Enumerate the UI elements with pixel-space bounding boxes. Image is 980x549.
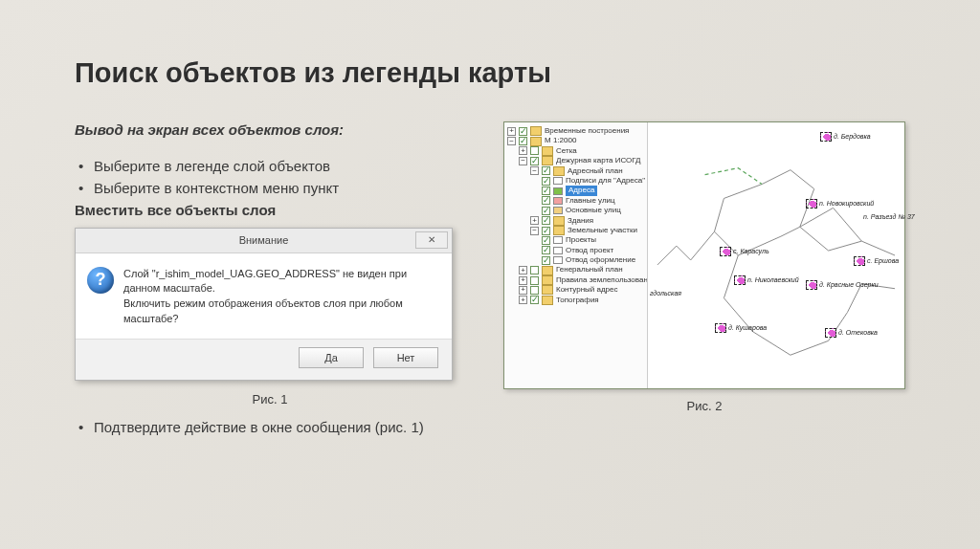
- tree-node-selected[interactable]: Адреса: [566, 186, 597, 195]
- checkbox[interactable]: [542, 256, 550, 265]
- legend-tree[interactable]: +Временные построения −М 1:2000 +Сетка −…: [504, 122, 648, 388]
- tree-node[interactable]: Отвод оформление: [566, 255, 635, 265]
- layer-swatch: [553, 177, 563, 185]
- checkbox[interactable]: [530, 296, 539, 304]
- checkbox[interactable]: [519, 137, 527, 145]
- close-button[interactable]: ✕: [415, 231, 448, 249]
- list-item: Выберите в контекстном меню пункт: [78, 177, 465, 199]
- checkbox[interactable]: [542, 196, 550, 205]
- checkbox[interactable]: [542, 227, 550, 235]
- checkbox[interactable]: [519, 127, 527, 136]
- list-item: Выберите в легенде слой объектов: [78, 155, 465, 177]
- place-label: с. Ершова: [867, 257, 899, 264]
- expand-icon[interactable]: +: [519, 276, 527, 285]
- folder-icon: [530, 126, 542, 136]
- tree-node[interactable]: Адресный план: [568, 166, 623, 176]
- no-button[interactable]: Нет: [373, 347, 438, 368]
- map-boundaries: [648, 122, 904, 388]
- tree-node[interactable]: Временные построения: [545, 126, 629, 136]
- folder-icon: [553, 226, 565, 235]
- yes-button[interactable]: Да: [299, 347, 364, 368]
- tree-node[interactable]: Отвод проект: [566, 246, 613, 255]
- figure-1-label: Рис. 1: [75, 392, 465, 406]
- checkbox[interactable]: [542, 177, 550, 186]
- checkbox[interactable]: [530, 276, 539, 285]
- expand-icon[interactable]: +: [530, 216, 539, 225]
- tree-node[interactable]: Генеральный план: [556, 265, 623, 274]
- dialog-window: Внимание ✕ ? Слой "r_ishim_model_UAG.GEO…: [75, 228, 453, 382]
- checkbox[interactable]: [530, 157, 539, 165]
- tree-node[interactable]: Дежурная карта ИСОГД: [556, 156, 640, 165]
- expand-icon[interactable]: +: [519, 296, 527, 304]
- checkbox[interactable]: [542, 236, 550, 245]
- place-label: п. Новокировский: [819, 200, 874, 207]
- folder-icon: [530, 137, 542, 146]
- place-label: гдольская: [650, 290, 681, 296]
- expand-icon[interactable]: −: [507, 137, 516, 145]
- dialog-message: Слой "r_ishim_model_UAG.GEO_ADDRESS" не …: [123, 267, 436, 328]
- bullet-list-2: Подтвердите действие в окне сообщения (р…: [75, 416, 465, 438]
- expand-icon[interactable]: +: [519, 266, 527, 274]
- subtitle: Вывод на экран всех объектов слоя:: [75, 121, 465, 138]
- layer-swatch: [553, 197, 563, 205]
- checkbox[interactable]: [530, 286, 539, 295]
- checkbox[interactable]: [530, 146, 539, 155]
- checkbox[interactable]: [530, 266, 539, 274]
- tree-node[interactable]: Земельные участки: [568, 226, 637, 235]
- layer-swatch: [553, 187, 563, 195]
- checkbox[interactable]: [542, 187, 550, 195]
- left-column: Вывод на экран всех объектов слоя: Выбер…: [75, 121, 465, 439]
- close-icon: ✕: [428, 234, 435, 245]
- map-view[interactable]: д. Бердовка п. Новокировский п. Разъезд …: [648, 122, 904, 388]
- layer-swatch: [553, 256, 563, 264]
- dialog-line1: Слой "r_ishim_model_UAG.GEO_ADDRESS" не …: [123, 267, 436, 297]
- tree-node[interactable]: Сетка: [556, 146, 577, 156]
- folder-icon: [542, 156, 553, 165]
- tree-node[interactable]: Главные улиц: [566, 196, 615, 206]
- tree-node[interactable]: М 1:2000: [545, 136, 576, 145]
- folder-icon: [553, 216, 565, 226]
- question-icon: ?: [87, 267, 114, 294]
- tree-node[interactable]: Топография: [556, 296, 599, 305]
- place-label: д. Отековка: [838, 329, 878, 336]
- checkbox[interactable]: [542, 207, 550, 215]
- tree-node[interactable]: Здания: [568, 216, 593, 226]
- bold-line: Вместить все объекты слоя: [75, 202, 465, 218]
- layer-swatch: [553, 236, 563, 244]
- layer-swatch: [553, 247, 563, 254]
- checkbox[interactable]: [542, 246, 550, 254]
- place-label: п. Разъезд № 37: [863, 213, 915, 220]
- tree-node[interactable]: Контурный адрес: [556, 285, 618, 295]
- expand-icon[interactable]: +: [507, 127, 516, 136]
- expand-icon[interactable]: +: [519, 146, 527, 155]
- dialog-titlebar: Внимание ✕: [76, 229, 452, 253]
- tree-node[interactable]: Основные улиц: [566, 206, 621, 215]
- expand-icon[interactable]: +: [519, 286, 527, 295]
- folder-icon: [542, 266, 553, 275]
- folder-icon: [542, 296, 553, 305]
- folder-icon: [542, 285, 553, 295]
- place-label: д. Бердовка: [834, 133, 871, 140]
- place-label: д. Красные Озерки: [819, 281, 879, 288]
- tree-node[interactable]: Проекты: [566, 235, 596, 245]
- dialog-line2: Включить режим отображения объектов слоя…: [123, 296, 436, 327]
- expand-icon[interactable]: −: [519, 157, 527, 165]
- place-label: д. Кушарова: [728, 324, 767, 331]
- layer-swatch: [553, 207, 563, 214]
- list-item: Подтвердите действие в окне сообщения (р…: [78, 416, 465, 438]
- folder-icon: [542, 146, 553, 156]
- expand-icon[interactable]: −: [530, 166, 539, 175]
- checkbox[interactable]: [542, 166, 550, 175]
- folder-icon: [542, 275, 553, 285]
- tree-node[interactable]: Подписи для "Адреса": [566, 176, 645, 186]
- expand-icon[interactable]: −: [530, 227, 539, 235]
- place-label: с. Карасуль: [733, 248, 769, 254]
- dialog-title-text: Внимание: [239, 234, 289, 246]
- checkbox[interactable]: [542, 216, 550, 225]
- folder-icon: [553, 166, 565, 176]
- page-title: Поиск объектов из легенды карты: [75, 57, 905, 89]
- tree-node[interactable]: Правила землепользования и застройк: [556, 275, 648, 285]
- figure-2: +Временные построения −М 1:2000 +Сетка −…: [503, 121, 905, 389]
- place-label: п. Николаевский: [747, 276, 799, 283]
- right-column: +Временные построения −М 1:2000 +Сетка −…: [503, 121, 905, 439]
